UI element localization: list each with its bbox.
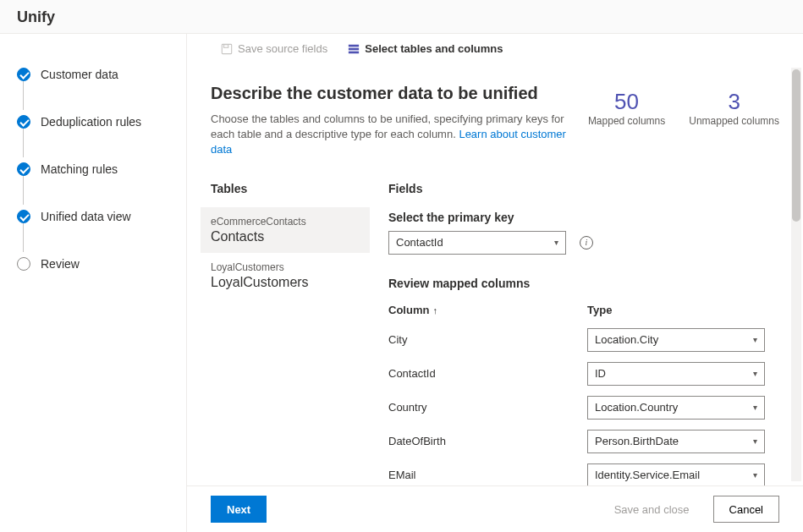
- svg-rect-2: [349, 44, 359, 47]
- primary-key-section: Select the primary key ContactId ▾ i: [378, 207, 789, 270]
- table-name: Contacts: [211, 229, 360, 244]
- check-icon: [17, 162, 30, 176]
- step-label: Matching rules: [41, 162, 118, 176]
- column-name: DateOfBirth: [388, 435, 587, 447]
- info-icon[interactable]: i: [580, 236, 593, 250]
- step-list: Customer data Deduplication rules Matchi…: [17, 59, 178, 296]
- type-select[interactable]: ID ▾: [587, 362, 765, 386]
- header-text: Column: [388, 304, 429, 316]
- step-deduplication-rules[interactable]: Deduplication rules: [17, 107, 178, 154]
- table-row: EMail Identity.Service.Email ▾: [378, 458, 789, 485]
- wizard-sidebar: Customer data Deduplication rules Matchi…: [0, 34, 186, 532]
- step-matching-rules[interactable]: Matching rules: [17, 154, 178, 201]
- select-value: ContactId: [396, 236, 443, 249]
- chevron-down-icon: ▾: [753, 436, 757, 446]
- column-headers-row: Column↑ Type: [378, 297, 789, 323]
- unmapped-columns-stat: 3 Unmapped columns: [689, 89, 779, 127]
- primary-key-select[interactable]: ContactId ▾: [388, 231, 566, 255]
- check-icon: [17, 210, 30, 223]
- circle-icon: [17, 257, 30, 271]
- check-icon: [17, 115, 30, 129]
- save-and-close-button: Save and close: [599, 496, 705, 523]
- column-name: Country: [388, 401, 587, 414]
- column-name: ContactId: [388, 367, 587, 380]
- table-entry-loyalcustomers[interactable]: LoyalCustomers LoyalCustomers: [201, 253, 370, 299]
- table-row: Country Location.Country ▾: [378, 391, 789, 425]
- stats-block: 50 Mapped columns 3 Unmapped columns: [588, 84, 779, 127]
- svg-rect-1: [224, 44, 228, 47]
- page-title: Unify: [17, 8, 55, 25]
- chevron-down-icon: ▾: [753, 403, 757, 412]
- tables-column: Tables eCommerceContacts Contacts LoyalC…: [201, 177, 370, 485]
- scrollbar-thumb[interactable]: [792, 69, 800, 222]
- stat-value: 50: [588, 89, 665, 115]
- step-label: Review: [41, 257, 80, 271]
- vertical-scrollbar[interactable]: [791, 68, 801, 481]
- type-select[interactable]: Person.BirthDate ▾: [587, 430, 765, 453]
- step-unified-data-view[interactable]: Unified data view: [17, 201, 178, 249]
- toolbar-label: Save source fields: [238, 42, 327, 55]
- main-content: Save source fields Select tables and col…: [186, 34, 803, 532]
- table-row: City Location.City ▾: [378, 323, 789, 357]
- step-label: Deduplication rules: [41, 115, 141, 129]
- stat-label: Mapped columns: [588, 115, 665, 127]
- step-label: Unified data view: [41, 210, 131, 223]
- type-select[interactable]: Location.City ▾: [587, 328, 765, 352]
- svg-rect-3: [349, 47, 359, 50]
- column-header-column[interactable]: Column↑: [388, 304, 587, 316]
- footer: Next Save and close Cancel: [187, 485, 803, 532]
- section-subtitle: Choose the tables and columns to be unif…: [211, 112, 571, 158]
- select-value: Location.City: [595, 333, 658, 346]
- select-value: Person.BirthDate: [595, 435, 679, 447]
- scroll-area[interactable]: Describe the customer data to be unified…: [187, 63, 803, 485]
- chevron-down-icon: ▾: [753, 470, 757, 480]
- toolbar: Save source fields Select tables and col…: [187, 34, 803, 63]
- table-name: LoyalCustomers: [211, 275, 360, 290]
- save-source-fields-button: Save source fields: [221, 42, 327, 55]
- tables-fields-row: Tables eCommerceContacts Contacts LoyalC…: [201, 177, 789, 485]
- table-row: DateOfBirth Person.BirthDate ▾: [378, 425, 789, 458]
- column-name: EMail: [388, 469, 587, 481]
- next-button[interactable]: Next: [211, 496, 267, 523]
- chevron-down-icon: ▾: [554, 238, 558, 247]
- chevron-down-icon: ▾: [753, 335, 757, 344]
- column-name: City: [388, 333, 587, 346]
- select-tables-button[interactable]: Select tables and columns: [348, 42, 503, 55]
- stat-label: Unmapped columns: [689, 115, 779, 127]
- primary-key-label: Select the primary key: [388, 211, 779, 224]
- table-source: eCommerceContacts: [211, 216, 360, 228]
- mapped-columns-stat: 50 Mapped columns: [588, 89, 665, 127]
- toolbar-label: Select tables and columns: [365, 42, 503, 55]
- cancel-button[interactable]: Cancel: [713, 496, 779, 523]
- select-value: Location.Country: [595, 401, 678, 414]
- select-value: Identity.Service.Email: [595, 469, 700, 481]
- table-icon: [348, 43, 360, 55]
- table-row: ContactId ID ▾: [378, 357, 789, 391]
- fields-header: Fields: [378, 177, 789, 207]
- table-source: LoyalCustomers: [211, 261, 360, 273]
- sort-up-icon: ↑: [432, 305, 437, 315]
- type-select[interactable]: Identity.Service.Email ▾: [587, 463, 765, 485]
- table-entry-contacts[interactable]: eCommerceContacts Contacts: [201, 207, 370, 253]
- column-header-type[interactable]: Type: [587, 304, 612, 316]
- check-icon: [17, 68, 30, 81]
- step-label: Customer data: [41, 68, 118, 81]
- fields-column: Fields Select the primary key ContactId …: [370, 177, 789, 485]
- stat-value: 3: [689, 89, 779, 115]
- page-header: Unify: [0, 0, 803, 34]
- type-select[interactable]: Location.Country ▾: [587, 396, 765, 420]
- chevron-down-icon: ▾: [753, 369, 757, 378]
- step-review[interactable]: Review: [17, 249, 178, 296]
- svg-rect-4: [349, 51, 359, 53]
- review-mapped-label: Review mapped columns: [378, 270, 789, 297]
- tables-header: Tables: [201, 177, 370, 207]
- describe-block: Describe the customer data to be unified…: [201, 63, 789, 168]
- save-icon: [221, 43, 233, 55]
- section-title: Describe the customer data to be unified: [211, 84, 571, 103]
- step-customer-data[interactable]: Customer data: [17, 59, 178, 107]
- select-value: ID: [595, 367, 606, 380]
